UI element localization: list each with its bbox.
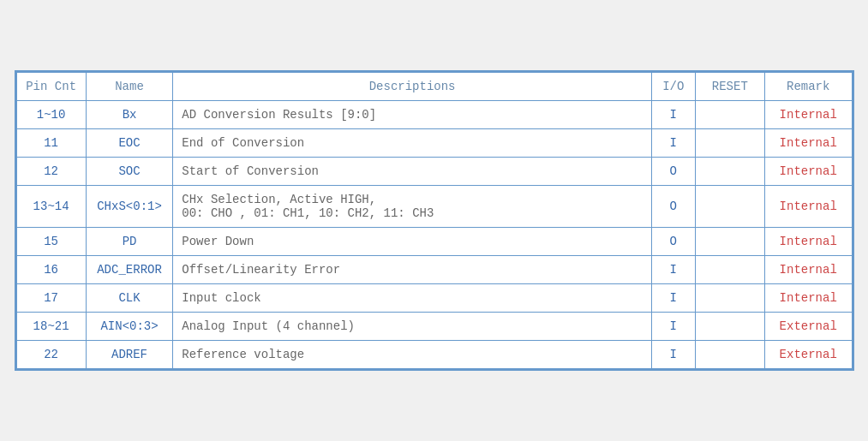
header-pin-cnt: Pin Cnt (16, 73, 86, 101)
table-row: 13~14CHxS<0:1>CHx Selection, Active HIGH… (16, 186, 852, 228)
cell-reset (695, 284, 764, 313)
cell-reset (695, 313, 764, 341)
cell-io: O (651, 158, 695, 186)
cell-description: CHx Selection, Active HIGH,00: CHO , 01:… (173, 186, 652, 228)
cell-description: Power Down (173, 228, 652, 256)
cell-pin-cnt: 1~10 (16, 101, 86, 129)
cell-remark: Internal (764, 284, 852, 313)
cell-io: I (651, 341, 695, 369)
cell-description: Start of Conversion (173, 158, 652, 186)
cell-io: I (651, 313, 695, 341)
cell-reset (695, 101, 764, 129)
header-descriptions: Descriptions (173, 73, 652, 101)
cell-remark: Internal (764, 186, 852, 228)
cell-io: O (651, 186, 695, 228)
cell-name: CHxS<0:1> (86, 186, 173, 228)
cell-name: CLK (86, 284, 173, 313)
cell-pin-cnt: 15 (16, 228, 86, 256)
cell-pin-cnt: 18~21 (16, 313, 86, 341)
cell-pin-cnt: 16 (16, 256, 86, 284)
table-row: 18~21AIN<0:3>Analog Input (4 channel)IEx… (16, 313, 852, 341)
table-row: 22ADREFReference voltageIExternal (16, 341, 852, 369)
cell-remark: External (764, 313, 852, 341)
cell-name: EOC (86, 129, 173, 158)
cell-name: ADREF (86, 341, 173, 369)
cell-description: End of Conversion (173, 129, 652, 158)
cell-reset (695, 341, 764, 369)
cell-reset (695, 129, 764, 158)
cell-io: I (651, 256, 695, 284)
cell-description: Offset/Linearity Error (173, 256, 652, 284)
cell-description: Reference voltage (173, 341, 652, 369)
header-remark: Remark (764, 73, 852, 101)
table-row: 1~10BxAD Conversion Results [9:0]IIntern… (16, 101, 852, 129)
cell-remark: Internal (764, 158, 852, 186)
table-row: 17CLKInput clockIInternal (16, 284, 852, 313)
cell-io: I (651, 284, 695, 313)
table-row: 15PDPower DownOInternal (16, 228, 852, 256)
cell-pin-cnt: 12 (16, 158, 86, 186)
cell-description: AD Conversion Results [9:0] (173, 101, 652, 129)
cell-io: I (651, 129, 695, 158)
cell-remark: Internal (764, 101, 852, 129)
cell-description: Input clock (173, 284, 652, 313)
pin-table-container: Pin Cnt Name Descriptions I/O RESET Rema… (15, 70, 854, 371)
table-row: 12SOCStart of ConversionOInternal (16, 158, 852, 186)
table-row: 16ADC_ERROROffset/Linearity ErrorIIntern… (16, 256, 852, 284)
cell-name: ADC_ERROR (86, 256, 173, 284)
cell-reset (695, 256, 764, 284)
cell-io: O (651, 228, 695, 256)
cell-io: I (651, 101, 695, 129)
cell-remark: Internal (764, 228, 852, 256)
cell-pin-cnt: 11 (16, 129, 86, 158)
cell-remark: Internal (764, 129, 852, 158)
table-row: 11EOCEnd of ConversionIInternal (16, 129, 852, 158)
pin-table: Pin Cnt Name Descriptions I/O RESET Rema… (16, 72, 853, 369)
cell-name: SOC (86, 158, 173, 186)
cell-pin-cnt: 13~14 (16, 186, 86, 228)
cell-pin-cnt: 17 (16, 284, 86, 313)
cell-remark: External (764, 341, 852, 369)
cell-name: AIN<0:3> (86, 313, 173, 341)
cell-name: PD (86, 228, 173, 256)
cell-reset (695, 158, 764, 186)
cell-reset (695, 228, 764, 256)
header-reset: RESET (695, 73, 764, 101)
header-io: I/O (651, 73, 695, 101)
cell-pin-cnt: 22 (16, 341, 86, 369)
cell-reset (695, 186, 764, 228)
cell-remark: Internal (764, 256, 852, 284)
cell-name: Bx (86, 101, 173, 129)
cell-description: Analog Input (4 channel) (173, 313, 652, 341)
table-header-row: Pin Cnt Name Descriptions I/O RESET Rema… (16, 73, 852, 101)
header-name: Name (86, 73, 173, 101)
